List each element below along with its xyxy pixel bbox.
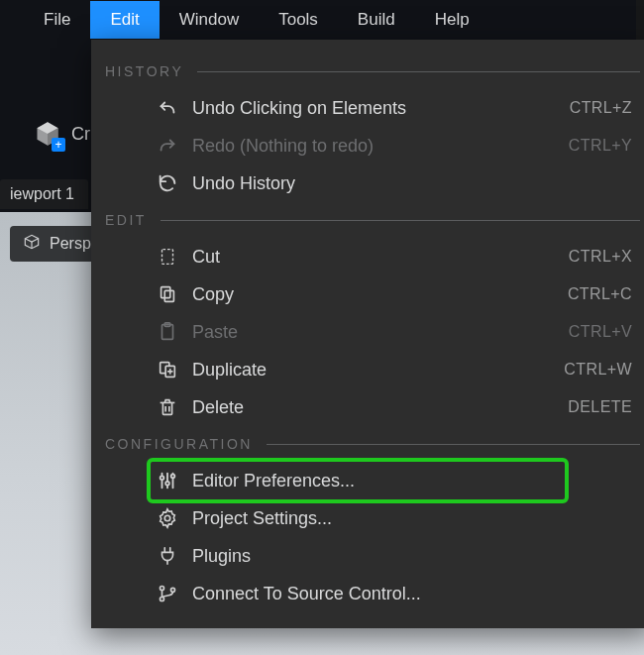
menu-cut-shortcut: CTRL+X xyxy=(569,248,632,266)
svg-point-12 xyxy=(161,476,164,480)
menu-build[interactable]: Build xyxy=(338,1,415,39)
perspective-label: Persp xyxy=(50,235,91,253)
svg-point-15 xyxy=(164,515,170,521)
cube-wire-icon xyxy=(22,232,42,256)
svg-rect-2 xyxy=(164,290,173,301)
history-icon xyxy=(151,172,184,194)
svg-point-18 xyxy=(170,588,174,592)
duplicate-icon xyxy=(151,359,184,381)
menu-copy-label: Copy xyxy=(192,284,568,305)
menu-undo-history[interactable]: Undo History xyxy=(105,164,640,202)
svg-point-14 xyxy=(171,475,175,479)
create-cube-icon[interactable]: + xyxy=(34,120,61,148)
menu-paste-shortcut: CTRL+V xyxy=(569,323,632,341)
menu-delete-label: Delete xyxy=(192,397,568,418)
menu-window[interactable]: Window xyxy=(160,1,259,39)
undo-icon xyxy=(151,97,184,119)
menu-project-settings-label: Project Settings... xyxy=(192,508,632,529)
section-edit-title: EDIT xyxy=(105,212,147,228)
menu-editor-preferences[interactable]: Editor Preferences... xyxy=(105,462,640,499)
menu-source-control-label: Connect To Source Control... xyxy=(192,584,632,604)
edit-dropdown: HISTORY Undo Clicking on Elements CTRL+Z… xyxy=(91,40,644,628)
menu-paste-label: Paste xyxy=(192,322,569,343)
branch-icon xyxy=(151,583,184,604)
menubar: File Edit Window Tools Build Help xyxy=(0,0,644,40)
menu-cut-label: Cut xyxy=(192,247,569,268)
menu-duplicate[interactable]: Duplicate CTRL+W xyxy=(105,351,640,388)
gear-icon xyxy=(151,507,184,529)
trash-icon xyxy=(151,396,184,418)
menu-help[interactable]: Help xyxy=(415,1,489,39)
menu-redo-label: Redo (Nothing to redo) xyxy=(192,136,569,157)
menu-editor-preferences-label: Editor Preferences... xyxy=(192,471,632,491)
menu-paste: Paste CTRL+V xyxy=(105,313,640,351)
plug-icon xyxy=(151,545,184,567)
menu-undo-history-label: Undo History xyxy=(192,173,632,194)
cut-icon xyxy=(151,246,184,268)
section-config-title: CONFIGURATION xyxy=(105,436,253,452)
menu-redo: Redo (Nothing to redo) CTRL+Y xyxy=(105,127,640,164)
svg-point-16 xyxy=(160,586,163,590)
menu-undo[interactable]: Undo Clicking on Elements CTRL+Z xyxy=(105,89,640,127)
menu-plugins[interactable]: Plugins xyxy=(105,537,640,575)
viewport-tab[interactable]: iewport 1 xyxy=(0,179,88,209)
svg-point-13 xyxy=(165,482,169,486)
section-history: HISTORY xyxy=(105,63,640,79)
menu-duplicate-shortcut: CTRL+W xyxy=(564,361,632,379)
menu-cut[interactable]: Cut CTRL+X xyxy=(105,238,640,275)
section-edit: EDIT xyxy=(105,212,640,228)
menu-delete[interactable]: Delete DELETE xyxy=(105,388,640,426)
sliders-icon xyxy=(151,470,184,491)
perspective-chip[interactable]: Persp xyxy=(10,226,103,262)
menu-tools[interactable]: Tools xyxy=(259,1,338,39)
menu-file[interactable]: File xyxy=(24,1,90,39)
toolbar: + Cr xyxy=(0,109,90,159)
section-config: CONFIGURATION xyxy=(105,436,640,452)
svg-point-17 xyxy=(160,597,163,600)
menu-project-settings[interactable]: Project Settings... xyxy=(105,499,640,537)
svg-rect-1 xyxy=(161,287,170,298)
section-history-title: HISTORY xyxy=(105,63,183,79)
plus-badge-icon: + xyxy=(52,138,65,152)
copy-icon xyxy=(151,283,184,305)
menu-plugins-label: Plugins xyxy=(192,546,632,567)
app-root: File Edit Window Tools Build Help + Cr t… xyxy=(0,0,644,655)
menu-copy[interactable]: Copy CTRL+C xyxy=(105,275,640,313)
tabstrip: iewport 1 xyxy=(0,176,88,212)
menu-undo-label: Undo Clicking on Elements xyxy=(192,98,570,119)
menu-undo-shortcut: CTRL+Z xyxy=(570,99,632,117)
menu-redo-shortcut: CTRL+Y xyxy=(569,137,632,155)
menu-source-control[interactable]: Connect To Source Control... xyxy=(105,575,640,612)
redo-icon xyxy=(151,135,184,157)
menu-duplicate-label: Duplicate xyxy=(192,360,564,381)
menu-edit[interactable]: Edit xyxy=(90,1,159,39)
paste-icon xyxy=(151,321,184,343)
menu-delete-shortcut: DELETE xyxy=(568,398,632,416)
create-label: Cr xyxy=(71,124,90,145)
menu-copy-shortcut: CTRL+C xyxy=(568,285,632,303)
svg-rect-0 xyxy=(162,250,173,265)
